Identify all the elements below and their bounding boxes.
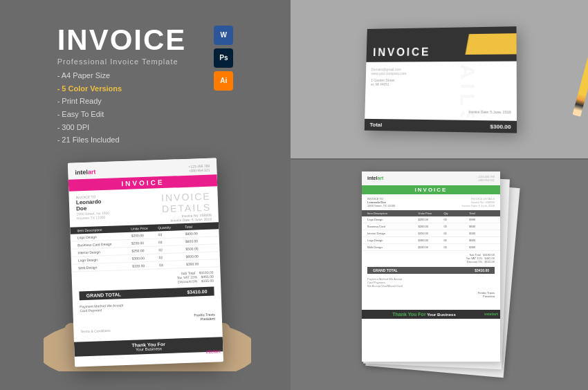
mt-dark-header: INVOICE — [366, 26, 516, 62]
si-logo: intelart — [367, 176, 383, 180]
si-row: Web Design$100.0003$300 — [362, 244, 500, 251]
grand-total-value: $3410.00 — [187, 289, 207, 295]
right-top: INVOICE Domain@gmail.com www.your.compan… — [291, 0, 588, 158]
si-grand-value: $3410.00 — [475, 268, 489, 272]
grand-total-label: GRAND TOTAL — [86, 292, 121, 298]
invoice-front: intelart +123.456.789+000.654.321 INVOIC… — [362, 171, 500, 362]
inv-details-header: INVOICE TO Leonardo Doe 1900 Street, No.… — [68, 186, 219, 227]
feature-item: - 300 DPI — [57, 121, 187, 134]
app-icons: W Ps Ai — [214, 26, 233, 91]
si-row: Interior Design$250.0002$500 — [362, 230, 500, 237]
si-logo-footer: intelart — [484, 312, 498, 316]
si-header: intelart +123.456.789+000.654.321 — [362, 171, 500, 185]
mt-total-label: Total — [369, 122, 382, 128]
si-row: Logo Design$300.0002$600 — [362, 237, 500, 244]
mockup-top-invoice: INVOICE Domain@gmail.com www.your.compan… — [365, 26, 517, 133]
invoice-preview-card: intelart +123.456.789+000.654.321 INVOIC… — [67, 158, 223, 366]
inv-details-big: INVOICE DETAILS — [111, 191, 211, 216]
feature-item: - Easy To Edit — [57, 108, 187, 121]
right-bottom: intelart +123.456.789+000.654.321 INVOIC… — [291, 160, 588, 390]
inv-address: 1900 Street, No.1000Houston TX 11000 — [76, 211, 112, 221]
inv-footer: Thank You ForYour Business intelart — [73, 337, 223, 356]
features-list: - A4 Paper Size - 5 Color Versions - Pri… — [57, 69, 187, 147]
mt-invoice-date: Invoice Date: 5 June, 2018 — [468, 110, 511, 115]
top-mockup-wrapper: INVOICE Domain@gmail.com www.your.compan… — [363, 27, 515, 131]
si-banner: INVOICE — [362, 185, 500, 194]
inv-client: Leonardo Doe — [75, 198, 111, 212]
si-signature: Fredric TravisPresident — [362, 290, 500, 299]
si-thank-line1: Thank You For — [392, 312, 425, 317]
th-price: Unite Price — [131, 225, 158, 230]
si-contact: +123.456.789+000.654.321 — [477, 175, 495, 182]
feature-item: - Print Ready — [57, 95, 187, 108]
word-icon: W — [214, 26, 233, 45]
si-footer: Thank You For Your Business intelart — [362, 310, 500, 319]
left-top-section: INVOICE Professional Invoice Template - … — [14, 26, 277, 147]
ps-icon: Ps — [214, 48, 233, 68]
si-grand-total: GRAND TOTAL $3410.00 — [367, 267, 495, 274]
mt-total-box: Total $300.00 — [365, 119, 517, 133]
mt-address: 1 Garden Street er, MI 44051 — [371, 78, 511, 86]
inv-to-block: INVOICE TO Leonardo Doe 1900 Street, No.… — [75, 194, 112, 226]
right-panel: INVOICE Domain@gmail.com www.your.compan… — [291, 0, 588, 390]
th-total: Total — [185, 224, 212, 229]
invoice-title: INVOICE — [57, 26, 187, 55]
left-panel: INVOICE Professional Invoice Template - … — [0, 0, 291, 390]
mt-body: Domain@gmail.com www.your.company.com 1 … — [365, 62, 517, 118]
feature-item: - 21 Files Included — [57, 133, 187, 147]
feature-item-highlight: - 5 Color Versions — [57, 82, 187, 95]
si-row: Business Card$200.0003$600 — [362, 223, 500, 230]
feature-item: - A4 Paper Size — [57, 69, 187, 82]
mt-info: Domain@gmail.com www.your.company.com — [371, 67, 511, 75]
mt-invoice-text: INVOICE — [373, 46, 431, 59]
si-payment: Payment Method We AcceptCard PaymentWe A… — [362, 275, 500, 290]
hand-preview-wrapper: intelart +123.456.789+000.654.321 INVOIC… — [71, 160, 220, 364]
si-row: Logo Design$200.0003$999 — [362, 216, 500, 223]
title-block: INVOICE Professional Invoice Template - … — [57, 26, 187, 147]
bottom-mockup-wrapper: intelart +123.456.789+000.654.321 INVOIC… — [291, 160, 588, 390]
pencil-decoration — [572, 8, 588, 117]
inv-contact: +123.456.789+000.654.321 — [188, 164, 210, 173]
ai-icon: Ai — [214, 71, 233, 91]
si-grand-label: GRAND TOTAL — [373, 268, 398, 272]
si-details-row: INVOICE TO Leonardo Doe 1900 Street, TX … — [362, 194, 500, 210]
si-totals: Sub Total $3190.00 Tax VAT 15% $465.00 D… — [362, 251, 500, 266]
mt-yellow-strip — [466, 33, 517, 55]
inv-title-right: INVOICE DETAILS Invoice No: #58999 Invoi… — [111, 191, 212, 225]
stacked-invoices: intelart +123.456.789+000.654.321 INVOIC… — [356, 168, 522, 382]
inv-logo: intelart — [75, 169, 95, 176]
th-qty: Quantity — [158, 225, 185, 230]
si-to: INVOICE TO Leonardo Doe 1900 Street, TX … — [367, 197, 395, 207]
subtitle: Professional Invoice Template — [57, 57, 187, 66]
si-table-header: Item DescriptionUnite PriceQtyTotal — [362, 210, 500, 216]
si-invoice-num: INVOICE DETAILS Invoice No: #58999 Invoi… — [461, 197, 495, 207]
mt-total-value: $300.00 — [490, 124, 511, 131]
